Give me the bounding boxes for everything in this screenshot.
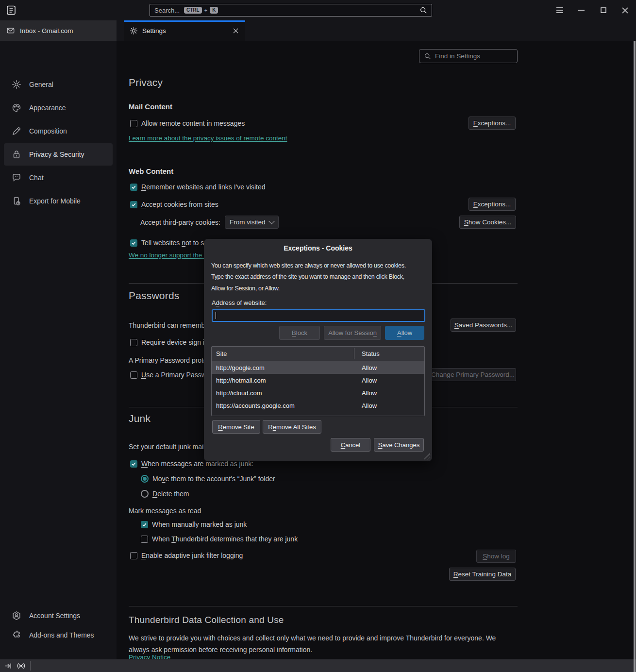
statusbar-divider <box>30 661 31 671</box>
pencil-icon <box>12 126 21 136</box>
dialog-title: Exceptions - Cookies <box>204 244 432 252</box>
broadcast-icon[interactable] <box>15 662 27 670</box>
sidebar-item-label: Add-ons and Themes <box>29 631 94 639</box>
scrollbar[interactable] <box>634 41 636 672</box>
data-collection-heading: Thunderbird Data Collection and Use <box>129 615 284 625</box>
status-column-header[interactable]: Status <box>354 350 380 357</box>
adaptive-logging-label[interactable]: Enable adaptive junk filter logging <box>141 552 243 559</box>
minimize-button[interactable] <box>570 0 592 20</box>
site-cell: https://accounts.google.com <box>212 402 354 409</box>
show-log-button[interactable]: Show log <box>476 550 516 563</box>
move-to-junk-label[interactable]: Move them to the account’s “Junk” folder <box>152 475 275 483</box>
sidebar-item-general[interactable]: General <box>4 73 113 96</box>
dialog-description-line: You can specify which web sites are alwa… <box>211 260 428 271</box>
adaptive-logging-row: Enable adaptive junk filter logging <box>130 552 243 559</box>
dialog-resize-grip[interactable] <box>424 453 430 459</box>
manually-marked-checkbox[interactable] <box>141 521 148 528</box>
lock-icon <box>12 150 21 159</box>
website-address-input[interactable] <box>212 309 425 322</box>
allow-remote-content-row: Allow remote content in messages <box>130 119 245 127</box>
find-in-settings-input[interactable]: Find in Settings <box>419 49 518 63</box>
when-marked-junk-checkbox[interactable] <box>130 460 137 468</box>
status-bar <box>0 659 636 672</box>
remember-websites-checkbox[interactable] <box>130 184 137 191</box>
tab-settings[interactable]: Settings <box>124 20 245 41</box>
sidebar-item-label: Composition <box>29 127 67 135</box>
third-party-cookies-value: From visited <box>230 218 266 226</box>
use-primary-password-row: Use a Primary Password <box>130 371 216 379</box>
table-row[interactable]: http://google.comAllow <box>212 361 424 374</box>
change-primary-password-button[interactable]: Change Primary Password... <box>430 368 516 381</box>
site-column-header[interactable]: Site <box>212 350 354 357</box>
dialog-description-line: Allow for Session, or Allow. <box>211 283 428 294</box>
accept-cookies-label[interactable]: Accept cookies from sites <box>141 201 218 208</box>
sidebar-item-account-settings[interactable]: Account Settings <box>4 606 113 625</box>
global-search-input[interactable]: Search... CTRL + K <box>150 4 432 17</box>
puzzle-icon <box>12 630 21 640</box>
sidebar-item-chat[interactable]: Chat <box>4 167 113 189</box>
sidebar-item-export-mobile[interactable]: Export for Mobile <box>4 190 113 212</box>
require-device-signin-checkbox[interactable] <box>130 339 137 346</box>
search-placeholder: Search... <box>154 7 180 14</box>
collapse-panel-icon[interactable] <box>2 662 15 670</box>
dialog-description-line: Type the exact address of the site you w… <box>211 271 428 283</box>
tab-settings-label: Settings <box>142 27 166 34</box>
cookies-exceptions-button[interactable]: Exceptions... <box>469 198 516 211</box>
show-cookies-button[interactable]: Show Cookies... <box>459 216 516 229</box>
column-splitter[interactable] <box>354 348 354 359</box>
table-row[interactable]: http://hotmail.comAllow <box>212 374 424 386</box>
close-window-button[interactable] <box>614 0 636 20</box>
thunderbird-determines-row: When Thunderbird determines that they ar… <box>141 535 298 543</box>
kbd-ctrl: CTRL <box>184 7 202 14</box>
sidebar-item-label: Appearance <box>29 104 66 112</box>
allow-remote-content-label[interactable]: Allow remote content in messages <box>141 119 245 127</box>
table-row[interactable]: https://accounts.google.comAllow <box>212 399 424 412</box>
remote-content-learn-more-link[interactable]: Learn more about the privacy issues of r… <box>129 134 287 142</box>
allow-button[interactable]: Allow <box>385 326 424 340</box>
chat-icon <box>12 173 21 183</box>
manually-marked-label[interactable]: When manually marked as junk <box>152 521 247 528</box>
tab-inbox-gmail[interactable]: Inbox - Gmail.com <box>0 20 117 41</box>
maximize-button[interactable] <box>592 0 614 20</box>
block-button[interactable]: Block <box>279 326 320 340</box>
tab-close-icon[interactable] <box>231 26 240 35</box>
allow-remote-content-checkbox[interactable] <box>130 120 137 127</box>
sidebar-item-label: Export for Mobile <box>29 197 81 205</box>
status-cell: Allow <box>354 377 377 384</box>
accept-cookies-checkbox[interactable] <box>130 201 137 208</box>
move-to-junk-radio[interactable] <box>141 475 149 483</box>
remember-websites-label[interactable]: Remember websites and links I've visited <box>141 183 266 191</box>
exceptions-cookies-dialog: Exceptions - Cookies You can specify whi… <box>204 239 432 461</box>
save-changes-button[interactable]: Save Changes <box>374 438 424 452</box>
cancel-button[interactable]: Cancel <box>331 438 370 452</box>
allow-for-session-button[interactable]: Allow for Session <box>324 326 381 340</box>
titlebar: Search... CTRL + K <box>0 0 636 20</box>
third-party-cookies-select[interactable]: From visited <box>225 216 279 229</box>
mail-content-heading: Mail Content <box>129 102 172 111</box>
mark-read-label: Mark messages as read <box>129 507 201 515</box>
find-placeholder: Find in Settings <box>435 52 480 60</box>
sidebar-item-privacy-security[interactable]: Privacy & Security <box>4 143 113 166</box>
thunderbird-window: Search... CTRL + K <box>0 0 636 672</box>
search-icon <box>419 6 427 14</box>
dnt-checkbox[interactable] <box>130 239 137 247</box>
saved-passwords-button[interactable]: Saved Passwords... <box>451 319 516 332</box>
remote-content-exceptions-button[interactable]: Exceptions... <box>469 117 516 130</box>
app-menu-button[interactable] <box>549 0 570 20</box>
use-primary-password-checkbox[interactable] <box>130 371 137 379</box>
reset-training-data-button[interactable]: Reset Training Data <box>449 568 516 581</box>
sidebar-item-addons-themes[interactable]: Add-ons and Themes <box>4 625 113 645</box>
thunderbird-determines-checkbox[interactable] <box>141 536 148 543</box>
third-party-cookies-label: Accept third-party cookies: <box>140 218 220 226</box>
spaces-icon[interactable] <box>6 5 17 16</box>
sidebar-item-appearance[interactable]: Appearance <box>4 97 113 119</box>
sidebar-item-composition[interactable]: Composition <box>4 120 113 142</box>
delete-junk-radio[interactable] <box>141 490 149 498</box>
table-row[interactable]: http://icloud.comAllow <box>212 386 424 399</box>
remove-all-sites-button[interactable]: Remove All Sites <box>263 420 321 434</box>
delete-junk-label[interactable]: Delete them <box>152 490 189 498</box>
thunderbird-determines-label[interactable]: When Thunderbird determines that they ar… <box>152 535 298 543</box>
settings-sidebar: General Appearance Composition <box>0 41 117 659</box>
adaptive-logging-checkbox[interactable] <box>130 552 137 559</box>
remove-site-button[interactable]: Remove Site <box>212 420 260 434</box>
